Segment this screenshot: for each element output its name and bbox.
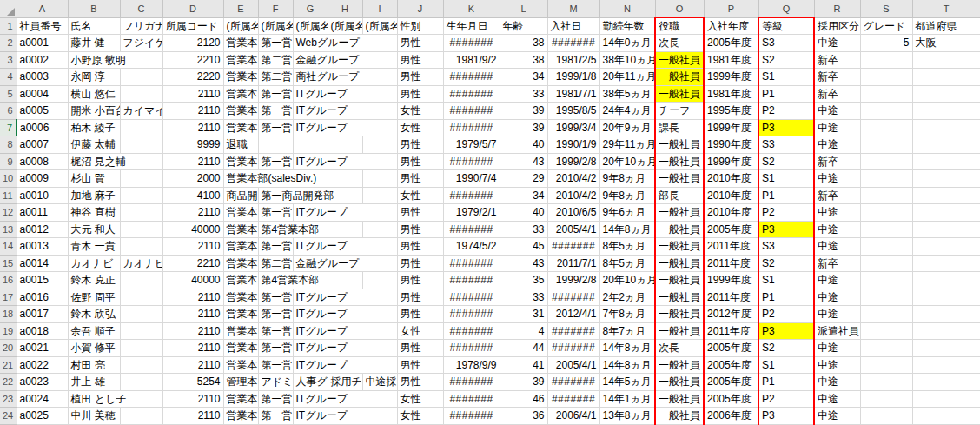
cell-L23[interactable]: 46 <box>500 390 547 408</box>
cell-E4[interactable]: 営業本 <box>223 69 258 86</box>
row-header-15[interactable]: 15 <box>0 255 17 272</box>
cell-N3[interactable]: 38年10ヵ月 <box>599 51 655 69</box>
cell-K4[interactable]: ####### <box>443 69 500 86</box>
cell-O15[interactable]: 一般社員 <box>655 255 704 272</box>
cell-A5[interactable]: a0004 <box>17 85 68 103</box>
cell-N23[interactable]: 14年1ヵ月 <box>599 390 655 408</box>
column-header-S[interactable]: S <box>860 0 912 17</box>
row-header-21[interactable]: 21 <box>0 356 17 374</box>
cell-E20[interactable]: 営業本 <box>223 340 258 357</box>
cell-T15[interactable] <box>912 255 980 272</box>
cell-H22[interactable]: 採用チ <box>328 374 362 391</box>
cell-C17[interactable] <box>120 289 162 306</box>
cell-A19[interactable]: a0018 <box>17 322 68 340</box>
cell-M19[interactable]: ####### <box>547 322 599 340</box>
cell-L9[interactable]: 43 <box>500 153 547 170</box>
cell-L12[interactable]: 40 <box>500 204 547 222</box>
cell-K8[interactable]: 1979/5/7 <box>443 136 500 154</box>
cell-A4[interactable]: a0003 <box>17 69 68 86</box>
cell-S5[interactable] <box>860 85 912 103</box>
cell-D21[interactable]: 2110 <box>162 356 223 374</box>
cell-G8[interactable] <box>293 136 328 154</box>
cell-L20[interactable]: 44 <box>500 340 547 357</box>
cell-E11[interactable]: 商品開 <box>223 187 258 204</box>
cell-R20[interactable]: 中途 <box>814 340 860 357</box>
cell-C5[interactable] <box>120 85 162 103</box>
cell-J15[interactable]: 男性 <box>397 255 443 272</box>
cell-R21[interactable]: 中途 <box>814 356 860 374</box>
cell-O24[interactable]: 一般社員 <box>655 408 704 425</box>
cell-F23[interactable]: 第一営 <box>258 390 293 408</box>
cell-N10[interactable]: 9年8ヵ月 <box>599 170 655 188</box>
cell-J5[interactable]: 男性 <box>397 85 443 103</box>
cell-E9[interactable]: 営業本 <box>223 153 258 170</box>
cell-R11[interactable]: 新卒 <box>814 187 860 204</box>
cell-T2[interactable]: 大阪 <box>912 35 980 52</box>
cell-N16[interactable]: 20年10ヵ月 <box>599 272 655 289</box>
cell-M4[interactable]: 1999/1/8 <box>547 69 599 86</box>
cell-L4[interactable]: 34 <box>500 69 547 86</box>
cell-O19[interactable]: 一般社員 <box>655 322 704 340</box>
row-header-20[interactable]: 20 <box>0 340 17 357</box>
cell-G15[interactable]: 金融グループ <box>293 255 397 272</box>
cell-N19[interactable]: 8年7ヵ月 <box>599 322 655 340</box>
cell-L19[interactable]: 4 <box>500 322 547 340</box>
cell-S3[interactable] <box>860 51 912 69</box>
cell-Q21[interactable]: S1 <box>758 356 814 374</box>
cell-C4[interactable] <box>120 69 162 86</box>
cell-T10[interactable] <box>912 170 980 188</box>
cell-F8[interactable] <box>258 136 293 154</box>
column-header-A[interactable]: A <box>17 0 68 17</box>
cell-T13[interactable] <box>912 221 980 238</box>
cell-J24[interactable]: 女性 <box>397 408 443 425</box>
cell-Q15[interactable]: S2 <box>758 255 814 272</box>
cell-F18[interactable]: 第一営 <box>258 306 293 323</box>
cell-Q11[interactable]: P1 <box>758 187 814 204</box>
cell-Q24[interactable]: P3 <box>758 408 814 425</box>
cell-C19[interactable] <box>120 322 162 340</box>
cell-J23[interactable]: 女性 <box>397 390 443 408</box>
cell-K3[interactable]: 1981/9/2 <box>443 51 500 69</box>
cell-T23[interactable] <box>912 390 980 408</box>
cell-L3[interactable]: 38 <box>500 51 547 69</box>
cell-D8[interactable]: 9999 <box>162 136 223 154</box>
cell-N20[interactable]: 14年8ヵ月 <box>599 340 655 357</box>
cell-M6[interactable]: 1995/8/5 <box>547 103 599 120</box>
cell-S2[interactable]: 5 <box>860 35 912 52</box>
cell-R14[interactable]: 中途 <box>814 238 860 256</box>
cell-A10[interactable]: a0009 <box>17 170 68 188</box>
cell-P21[interactable]: 2005年度 <box>704 356 758 374</box>
column-header-F[interactable]: F <box>258 0 293 17</box>
cell-R18[interactable]: 中途 <box>814 306 860 323</box>
cell-F24[interactable]: 第一営 <box>258 408 293 425</box>
cell-C12[interactable] <box>120 204 162 222</box>
cell-S8[interactable] <box>860 136 912 154</box>
cell-J8[interactable]: 男性 <box>397 136 443 154</box>
cell-L24[interactable]: 36 <box>500 408 547 425</box>
cell-N9[interactable]: 20年10ヵ月 <box>599 153 655 170</box>
cell-G12[interactable]: ITグループ <box>293 204 397 222</box>
cell-I11[interactable] <box>362 187 397 204</box>
cell-R19[interactable]: 派遣社員 <box>814 322 860 340</box>
cell-D9[interactable]: 2110 <box>162 153 223 170</box>
cell-L8[interactable]: 40 <box>500 136 547 154</box>
cell-P9[interactable]: 1999年度 <box>704 153 758 170</box>
cell-J3[interactable]: 男性 <box>397 51 443 69</box>
cell-E13[interactable]: 営業本 <box>223 221 258 238</box>
cell-P5[interactable]: 1981年度 <box>704 85 758 103</box>
cell-S23[interactable] <box>860 390 912 408</box>
cell-G23[interactable]: ITグループ <box>293 390 397 408</box>
cell-A3[interactable]: a0002 <box>17 51 68 69</box>
row-header-16[interactable]: 16 <box>0 272 17 289</box>
cell-B19[interactable]: 余吾 順子 <box>68 322 120 340</box>
cell-C1[interactable]: フリガナ <box>120 17 162 35</box>
cell-G14[interactable]: ITグループ <box>293 238 397 256</box>
cell-F9[interactable]: 第一営 <box>258 153 293 170</box>
cell-G20[interactable]: ITグループ <box>293 340 397 357</box>
cell-Q1[interactable]: 等級 <box>758 17 814 35</box>
cell-D15[interactable]: 2210 <box>162 255 223 272</box>
cell-I10[interactable] <box>362 170 397 188</box>
cell-T18[interactable] <box>912 306 980 323</box>
cell-D20[interactable]: 2110 <box>162 340 223 357</box>
cell-D4[interactable]: 2220 <box>162 69 223 86</box>
